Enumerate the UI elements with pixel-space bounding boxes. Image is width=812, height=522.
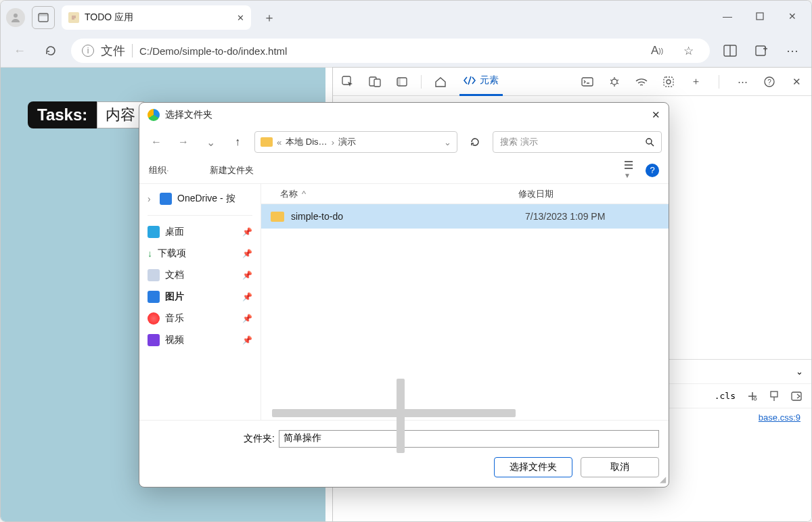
profile-avatar[interactable] [6, 8, 25, 27]
crumb-current[interactable]: 演示 [338, 136, 356, 148]
devtools-more-button[interactable]: ⋯ [734, 74, 750, 90]
svg-point-36 [646, 139, 652, 144]
folder-icon [261, 137, 273, 147]
styles-pane-menu-button[interactable] [791, 392, 802, 401]
welcome-tab-button[interactable] [432, 74, 449, 90]
list-row-selected[interactable]: simple-to-do 7/13/2023 1:09 PM [261, 204, 669, 229]
search-icon [645, 137, 654, 147]
resize-grip[interactable]: ◢ [660, 475, 666, 484]
svg-point-19 [612, 79, 617, 85]
omnibox[interactable]: i 文件 C:/Demo/simple-to-do/index.html A))… [71, 39, 710, 63]
recent-nav-button[interactable]: ⌄ [200, 132, 221, 152]
dialog-toolbar: 组织· 新建文件夹 ▼ ? [139, 157, 669, 184]
styles-format-button[interactable] [769, 391, 779, 402]
new-folder-button[interactable]: 新建文件夹 [210, 164, 254, 176]
split-screen-button[interactable] [719, 40, 741, 62]
network-conditions-button[interactable] [633, 74, 650, 90]
devtools-help-button[interactable]: ? [761, 74, 777, 90]
breadcrumb[interactable]: « 本地 Dis… › 演示 ⌄ [254, 131, 457, 153]
dialog-title: 选择文件夹 [165, 109, 212, 121]
tab-close-button[interactable]: ✕ [237, 13, 244, 23]
elements-tab[interactable]: 元素 [459, 68, 503, 96]
address-bar: ← i 文件 C:/Demo/simple-to-do/index.html A… [1, 34, 811, 67]
omnibox-actions: A)) ☆ [646, 40, 699, 62]
elements-tab-label: 元素 [480, 74, 499, 87]
sidebar-item-pictures[interactable]: 图片📌 [145, 286, 255, 308]
view-mode-button[interactable]: ▼ [624, 160, 636, 180]
folder-label: 文件夹: [244, 433, 275, 445]
dialog-close-button[interactable]: ✕ [652, 109, 660, 121]
menu-button[interactable]: ⋯ [782, 40, 803, 62]
devtools-close-button[interactable]: ✕ [788, 74, 805, 90]
browser-tab[interactable]: TODO 应用 ✕ [62, 5, 251, 30]
up-nav-button[interactable]: ↑ [227, 132, 248, 152]
close-button[interactable]: ✕ [779, 6, 806, 26]
inspect-element-button[interactable] [340, 74, 356, 90]
sidebar-item-downloads[interactable]: ↓下载项📌 [145, 243, 255, 264]
folder-picker-dialog: 选择文件夹 ✕ ← → ⌄ ↑ « 本地 Dis… › 演示 ⌄ 搜索 演示 [139, 102, 669, 488]
more-tabs-button[interactable]: ＋ [687, 74, 704, 90]
settings-button[interactable] [660, 74, 677, 90]
crumb-dropdown-icon[interactable]: ⌄ [444, 137, 451, 147]
back-button[interactable]: ← [9, 40, 30, 62]
back-nav-button[interactable]: ← [146, 132, 166, 152]
crumb-disk[interactable]: 本地 Dis… [286, 136, 327, 148]
refresh-folder-button[interactable] [467, 134, 483, 150]
read-aloud-button[interactable]: A)) [646, 40, 668, 62]
new-style-rule-button[interactable] [748, 392, 757, 401]
collections-button[interactable] [750, 40, 772, 62]
svg-rect-27 [664, 77, 673, 87]
svg-point-32 [754, 398, 757, 400]
svg-line-23 [617, 80, 618, 80]
sidebar-item-onedrive[interactable]: › OneDrive - 按 [145, 188, 255, 210]
help-button[interactable]: ? [646, 164, 659, 177]
devtools-toolbar: 元素 ＋ ⋯ ? [333, 68, 811, 96]
svg-rect-10 [756, 46, 765, 55]
sidebar-item-music[interactable]: 音乐📌 [145, 308, 255, 329]
tab-title: TODO 应用 [85, 11, 231, 24]
issues-button[interactable] [606, 74, 623, 90]
svg-line-37 [651, 143, 654, 146]
sidebar-item-documents[interactable]: 文档📌 [145, 264, 255, 286]
sidebar-scrollbar[interactable] [397, 379, 405, 453]
svg-text:?: ? [767, 78, 771, 86]
styles-expand-icon[interactable]: ⌄ [796, 366, 803, 377]
favorite-button[interactable]: ☆ [677, 40, 699, 62]
cls-toggle[interactable]: .cls [715, 391, 736, 401]
device-toggle-button[interactable] [367, 74, 383, 90]
omnibox-sep [132, 44, 133, 57]
console-toggle-button[interactable] [579, 74, 595, 90]
select-folder-button[interactable]: 选择文件夹 [494, 457, 572, 477]
tasks-input[interactable]: 内容 [97, 101, 144, 128]
folder-name-input[interactable]: 简单操作 [279, 430, 659, 448]
new-tab-button[interactable]: ＋ [258, 6, 281, 29]
url-scheme-label: 文件 [101, 43, 125, 59]
dialog-sidebar: › OneDrive - 按 桌面📌 ↓下载项📌 文档📌 图片📌 音乐📌 [139, 184, 261, 420]
edge-icon [148, 109, 160, 121]
list-header[interactable]: 名称^ 修改日期 [261, 184, 669, 204]
toolbar-sep [421, 75, 422, 89]
toolbar-sep2 [719, 75, 719, 89]
sidebar-item-videos[interactable]: 视频📌 [145, 329, 255, 351]
search-placeholder: 搜索 演示 [500, 136, 538, 148]
source-link[interactable]: base.css:9 [759, 412, 800, 423]
maximize-button[interactable] [746, 6, 773, 26]
cancel-button[interactable]: 取消 [581, 457, 659, 477]
dialog-titlebar: 选择文件夹 ✕ [139, 103, 669, 127]
minimize-button[interactable]: — [714, 6, 741, 26]
window-controls: — ✕ [714, 6, 806, 26]
horizontal-scrollbar[interactable] [272, 409, 516, 417]
svg-point-0 [14, 14, 18, 18]
forward-nav-button[interactable]: → [173, 132, 194, 152]
sidebar-item-desktop[interactable]: 桌面📌 [145, 221, 255, 243]
site-info-icon[interactable]: i [82, 45, 94, 57]
folder-search-input[interactable]: 搜索 演示 [493, 131, 662, 153]
dock-side-button[interactable] [394, 74, 410, 90]
svg-line-22 [610, 80, 612, 80]
organize-menu[interactable]: 组织· [149, 164, 169, 176]
svg-rect-17 [397, 78, 401, 86]
refresh-button[interactable] [40, 40, 62, 62]
tab-actions-button[interactable] [32, 6, 55, 29]
tasks-label: Tasks: [28, 101, 97, 128]
browser-window: TODO 应用 ✕ ＋ — ✕ ← i 文件 C:/Demo/simple-to… [0, 0, 812, 522]
